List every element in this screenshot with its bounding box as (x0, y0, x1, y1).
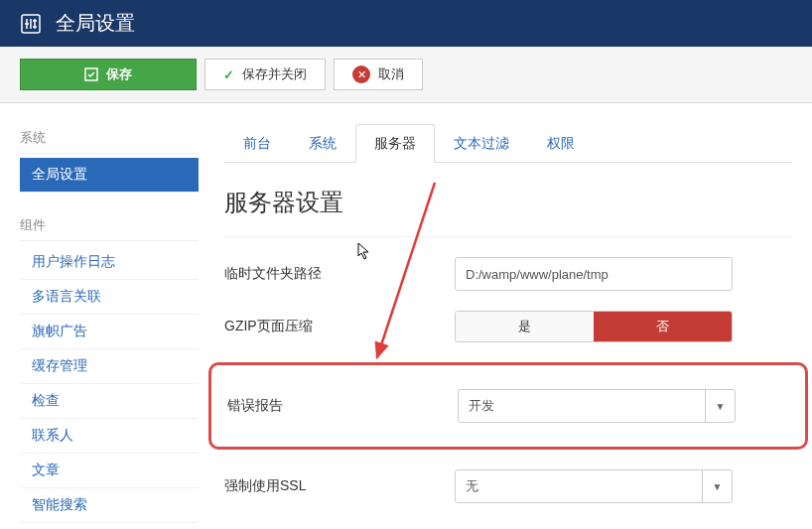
row-gzip: GZIP页面压缩 是 否 (224, 311, 792, 342)
sidebar-heading-components: 组件 (20, 210, 199, 241)
input-temp-path[interactable] (455, 257, 733, 291)
check-icon: ✓ (223, 67, 234, 82)
label-error-report: 错误报告 (227, 397, 458, 415)
tab-site[interactable]: 前台 (224, 124, 290, 163)
row-error-report: 错误报告 开发 ▼ (227, 389, 789, 423)
sidebar-item-install[interactable]: 安装管理 (20, 523, 199, 529)
sidebar-item-language-assoc[interactable]: 多语言关联 (20, 280, 199, 315)
page-header: 全局设置 (0, 0, 812, 47)
sidebar-heading-system: 系统 (20, 123, 199, 154)
sidebar-item-action-logs[interactable]: 用户操作日志 (20, 245, 199, 280)
toggle-gzip-yes[interactable]: 是 (456, 312, 594, 341)
row-temp-path: 临时文件夹路径 (224, 257, 792, 291)
cancel-icon: ✕ (352, 66, 370, 83)
sidebar-item-cache[interactable]: 缓存管理 (20, 349, 199, 384)
sidebar-item-articles[interactable]: 文章 (20, 454, 199, 488)
tab-system[interactable]: 系统 (290, 124, 355, 163)
save-button[interactable]: 保存 (20, 59, 197, 90)
save-close-button[interactable]: ✓ 保存并关闭 (204, 59, 326, 90)
sidebar-item-global-settings[interactable]: 全局设置 (20, 158, 199, 193)
tab-permissions[interactable]: 权限 (528, 124, 594, 163)
cancel-button[interactable]: ✕ 取消 (334, 59, 423, 90)
toggle-gzip-no[interactable]: 否 (594, 312, 732, 341)
select-force-ssl-value: 无 (456, 477, 702, 495)
select-force-ssl[interactable]: 无 ▼ (455, 469, 733, 503)
tab-server[interactable]: 服务器 (355, 124, 435, 163)
tabs: 前台 系统 服务器 文本过滤 权限 (224, 123, 792, 163)
caret-down-icon: ▼ (705, 390, 735, 422)
sidebar-item-banners[interactable]: 旗帜广告 (20, 315, 199, 349)
row-force-ssl: 强制使用SSL 无 ▼ (224, 469, 792, 503)
toolbar: 保存 ✓ 保存并关闭 ✕ 取消 (0, 47, 812, 103)
header-icon (20, 13, 42, 35)
select-error-report[interactable]: 开发 ▼ (458, 389, 736, 423)
page-title: 全局设置 (56, 10, 135, 37)
label-force-ssl: 强制使用SSL (224, 477, 455, 495)
label-temp-path: 临时文件夹路径 (224, 265, 455, 283)
select-error-report-value: 开发 (459, 397, 705, 415)
section-title: 服务器设置 (224, 187, 792, 237)
sidebar-item-smart-search[interactable]: 智能搜索 (20, 488, 199, 523)
tab-text-filters[interactable]: 文本过滤 (435, 124, 528, 163)
main-panel: 前台 系统 服务器 文本过滤 权限 服务器设置 临时文件夹路径 GZIP页面压缩… (224, 123, 792, 529)
caret-down-icon: ▼ (702, 470, 732, 502)
label-gzip: GZIP页面压缩 (224, 318, 455, 335)
sidebar-item-checkin[interactable]: 检查 (20, 384, 199, 419)
toggle-gzip: 是 否 (455, 311, 733, 342)
sidebar: 系统 全局设置 组件 用户操作日志 多语言关联 旗帜广告 缓存管理 检查 联系人… (20, 123, 199, 529)
highlight-error-reporting: 错误报告 开发 ▼ (208, 362, 808, 450)
sidebar-item-contacts[interactable]: 联系人 (20, 419, 199, 454)
